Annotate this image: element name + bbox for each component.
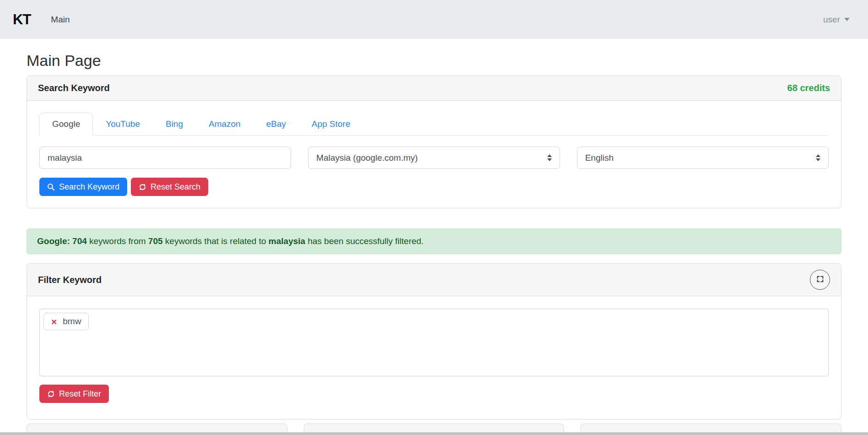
remove-tag-icon[interactable]: × [51,317,57,326]
brand-logo[interactable]: KT [13,11,31,28]
filter-card-body: × bmw Reset Filter [27,296,841,419]
search-keyword-button-label: Search Keyword [59,182,119,192]
reset-filter-button-label: Reset Filter [59,389,101,399]
filter-card-title: Filter Keyword [38,275,102,285]
tab-appstore[interactable]: App Store [299,113,363,136]
alert-total-count: 705 [148,236,163,246]
select-arrows-icon [547,154,552,161]
search-keyword-card: Search Keyword 68 credits Google YouTube… [27,76,841,208]
filter-card-header: Filter Keyword [27,264,841,296]
nav-item-main[interactable]: Main [51,15,70,25]
chevron-down-icon [844,18,850,21]
page-content: Main Page Search Keyword 68 credits Goog… [0,39,868,435]
refresh-icon [139,183,146,191]
refresh-icon [47,390,55,398]
fullscreen-icon [816,275,825,285]
page-title: Main Page [27,52,841,70]
engine-tabs: Google YouTube Bing Amazon eBay App Stor… [39,113,829,136]
search-icon [47,183,55,191]
alert-keyword: malaysia [269,236,305,246]
reset-search-button[interactable]: Reset Search [131,178,208,196]
region-select[interactable]: Malaysia (google.com.my) [308,147,560,169]
language-select[interactable]: English [577,147,829,169]
search-keyword-button[interactable]: Search Keyword [39,178,127,196]
reset-filter-button[interactable]: Reset Filter [39,385,109,403]
search-card-title: Search Keyword [38,83,110,93]
search-form-row: Malaysia (google.com.my) English [39,147,829,169]
filter-buttons-row: Reset Filter [39,385,829,403]
select-arrows-icon [816,154,820,161]
alert-engine: Google: [37,236,70,246]
alert-filtered-count: 704 [70,236,87,246]
filter-keyword-card: Filter Keyword × bmw [27,263,841,419]
tab-google[interactable]: Google [39,113,93,136]
tag-chip: × bmw [43,313,89,330]
horizontal-scrollbar[interactable] [0,432,868,435]
search-card-body: Google YouTube Bing Amazon eBay App Stor… [27,101,841,208]
expand-button[interactable] [810,270,830,290]
search-card-header: Search Keyword 68 credits [27,76,841,101]
filter-success-alert: Google: 704 keywords from 705 keywords t… [27,228,841,254]
search-buttons-row: Search Keyword Reset Search [39,178,829,196]
filter-tags-input[interactable]: × bmw [39,309,829,376]
keyword-input[interactable] [39,147,291,169]
language-select-value: English [585,153,614,163]
credits-badge: 68 credits [787,83,830,93]
region-select-value: Malaysia (google.com.my) [316,153,418,163]
user-dropdown-label: user [823,15,840,25]
tab-amazon[interactable]: Amazon [196,113,253,136]
tab-bing[interactable]: Bing [153,113,196,136]
tab-youtube[interactable]: YouTube [93,113,153,136]
reset-search-button-label: Reset Search [151,182,200,192]
tab-ebay[interactable]: eBay [253,113,299,136]
navbar: KT Main user [0,0,868,39]
tag-label: bmw [63,316,81,326]
user-dropdown[interactable]: user [823,15,850,25]
